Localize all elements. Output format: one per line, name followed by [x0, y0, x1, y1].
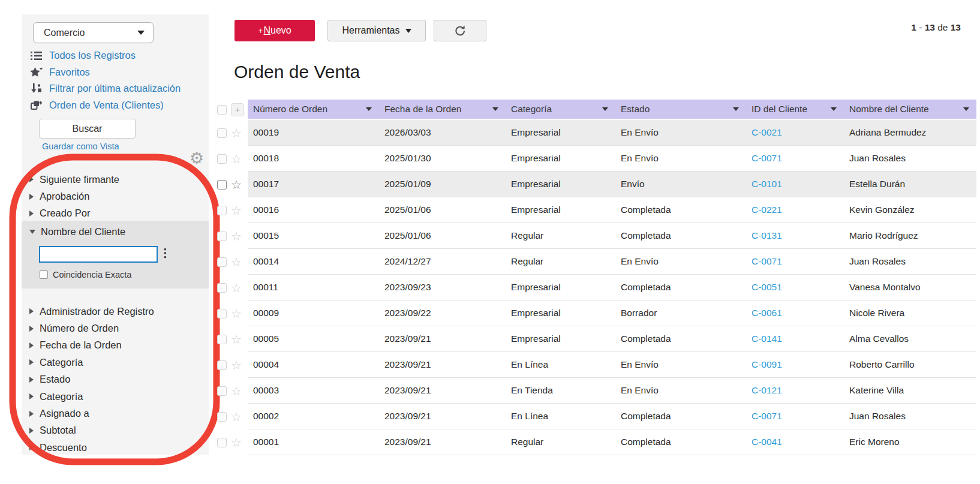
client-name-filter-input[interactable]: [39, 246, 158, 263]
client-id-link[interactable]: C-0071: [751, 411, 782, 421]
filter-item-label: Subtotal: [40, 425, 76, 436]
star-icon[interactable]: ☆: [231, 308, 242, 320]
tools-button[interactable]: Herramientas: [327, 20, 426, 41]
table-row[interactable]: ☆000092023/09/22EmpresarialBorradorC-006…: [215, 300, 976, 326]
row-checkbox[interactable]: [217, 412, 227, 422]
star-icon[interactable]: ☆: [231, 230, 242, 242]
table-row[interactable]: ☆000162025/01/06EmpresarialCompletadaC-0…: [215, 197, 976, 223]
cell-order-date: 2025/01/06: [379, 230, 506, 241]
sidebar-item[interactable]: Favoritos: [29, 64, 205, 81]
filter-item[interactable]: Subtotal: [29, 422, 209, 439]
filter-item[interactable]: Estado: [29, 371, 209, 388]
sidebar-item[interactable]: Todos los Registros: [29, 47, 205, 64]
client-id-link[interactable]: C-0041: [751, 437, 782, 447]
row-checkbox[interactable]: [217, 180, 227, 190]
chevron-right-icon: [29, 359, 34, 365]
filter-item[interactable]: Número de Orden: [29, 320, 209, 336]
row-checkbox[interactable]: [217, 335, 227, 344]
filter-item[interactable]: Asignado a: [29, 405, 209, 422]
column-header-order-number[interactable]: Número de Orden: [248, 104, 379, 115]
filter-item[interactable]: Siguiente firmante: [29, 171, 209, 188]
kebab-menu-icon[interactable]: ⋮: [160, 246, 171, 260]
star-icon[interactable]: ☆: [231, 179, 242, 191]
table-row[interactable]: ☆000172025/01/09EmpresarialEnvíoC-0101Es…: [215, 172, 976, 197]
row-checkbox[interactable]: [217, 386, 227, 396]
table-row[interactable]: ☆000182025/01/30EmpresarialEn EnvíoC-007…: [215, 146, 976, 172]
cell-client-name: Juan Rosales: [844, 153, 976, 164]
client-id-link[interactable]: C-0051: [751, 282, 782, 292]
exact-match-checkbox[interactable]: [40, 270, 48, 279]
client-id-link[interactable]: C-0221: [751, 205, 782, 215]
chevron-expanded-icon: [29, 230, 35, 234]
search-button[interactable]: Buscar: [39, 119, 136, 139]
row-checkbox[interactable]: [217, 232, 227, 241]
table-row[interactable]: ☆000052023/09/21EmpresarialCompletadaC-0…: [215, 326, 976, 352]
refresh-button[interactable]: [434, 20, 486, 41]
table-row[interactable]: ☆000012023/09/21RegularCompletadaC-0041E…: [215, 429, 976, 455]
add-column-button[interactable]: +: [231, 103, 244, 116]
table-row[interactable]: ☆000112023/09/23EmpresarialCompletadaC-0…: [215, 275, 976, 300]
star-icon[interactable]: ☆: [231, 205, 242, 217]
star-icon[interactable]: ☆: [231, 153, 242, 165]
row-checkbox[interactable]: [217, 360, 227, 370]
row-checkbox[interactable]: [217, 128, 227, 138]
star-icon[interactable]: ☆: [231, 333, 242, 345]
column-menu-icon: [733, 107, 739, 111]
gear-icon[interactable]: ⚙: [190, 151, 204, 167]
star-icon[interactable]: ☆: [231, 282, 242, 294]
star-icon[interactable]: ☆: [231, 256, 242, 268]
star-icon[interactable]: ☆: [231, 437, 242, 449]
row-checkbox[interactable]: [217, 257, 227, 267]
client-id-link[interactable]: C-0131: [751, 230, 782, 241]
client-id-link[interactable]: C-0091: [751, 359, 782, 369]
cell-status: Completada: [615, 333, 746, 344]
client-id-link[interactable]: C-0021: [751, 127, 782, 137]
table-row[interactable]: ☆000032023/09/21En TiendaEn EnvíoC-0121K…: [215, 378, 976, 404]
client-id-link[interactable]: C-0101: [751, 179, 782, 189]
row-checkbox[interactable]: [217, 154, 227, 164]
sidebar-item[interactable]: Orden de Venta (Clientes): [29, 97, 205, 114]
column-header-status[interactable]: Estado: [615, 104, 746, 115]
table-row[interactable]: ☆000142024/12/27RegularEn EnvíoC-0071Jua…: [215, 249, 976, 275]
filter-item[interactable]: Creado Por: [29, 205, 209, 222]
table-row[interactable]: ☆000152025/01/06RegularCompletadaC-0131M…: [215, 223, 976, 249]
cell-order-number: 00009: [248, 308, 379, 318]
table-row[interactable]: ☆000192026/03/03EmpresarialEn EnvíoC-002…: [215, 120, 976, 146]
filter-item[interactable]: Categoría: [29, 354, 209, 371]
row-checkbox[interactable]: [217, 206, 227, 215]
cell-status: Envío: [615, 179, 746, 190]
star-icon[interactable]: ☆: [231, 385, 242, 397]
star-icon[interactable]: ☆: [231, 411, 242, 423]
client-id-link[interactable]: C-0061: [751, 308, 782, 318]
sidebar-item[interactable]: Filtrar por última actualización: [29, 80, 205, 97]
filter-item[interactable]: Aprobación: [29, 188, 209, 205]
filter-item[interactable]: Descuento: [29, 439, 209, 456]
select-all-checkbox[interactable]: [217, 105, 227, 115]
client-id-link[interactable]: C-0121: [751, 385, 782, 395]
column-header-order-date[interactable]: Fecha de la Orden: [379, 104, 506, 115]
save-as-view-link[interactable]: Guardar como Vista: [42, 142, 119, 151]
star-icon[interactable]: ☆: [231, 127, 242, 139]
client-id-link[interactable]: C-0071: [751, 256, 782, 266]
column-header-client-id[interactable]: ID del Cliente: [746, 104, 844, 115]
filter-item[interactable]: Administrador de Registro: [29, 303, 209, 320]
column-header-client-name[interactable]: Nombre del Cliente: [844, 104, 976, 115]
app-selector-dropdown[interactable]: Comercio: [33, 22, 154, 43]
chevron-right-icon: [29, 308, 34, 314]
cell-status: Completada: [615, 230, 746, 241]
column-header-category[interactable]: Categoría: [506, 104, 615, 115]
filter-item-label: Categoría: [40, 391, 83, 402]
new-button[interactable]: +Nuevo: [235, 20, 315, 41]
row-checkbox[interactable]: [217, 438, 227, 447]
row-checkbox[interactable]: [217, 309, 227, 318]
row-checkbox[interactable]: [217, 283, 227, 293]
filter-item[interactable]: Categoría: [29, 388, 209, 405]
cell-order-number: 00015: [248, 230, 379, 241]
table-row[interactable]: ☆000042023/09/21En LíneaEn EnvíoC-0091Ro…: [215, 352, 976, 378]
filter-expanded-header[interactable]: Nombre del Cliente: [22, 221, 209, 238]
star-icon[interactable]: ☆: [231, 359, 242, 371]
client-id-link[interactable]: C-0071: [751, 153, 782, 163]
filter-item[interactable]: Fecha de la Orden: [29, 337, 209, 354]
table-row[interactable]: ☆000022023/09/21En LíneaCompletadaC-0071…: [215, 404, 976, 429]
client-id-link[interactable]: C-0141: [751, 333, 782, 344]
